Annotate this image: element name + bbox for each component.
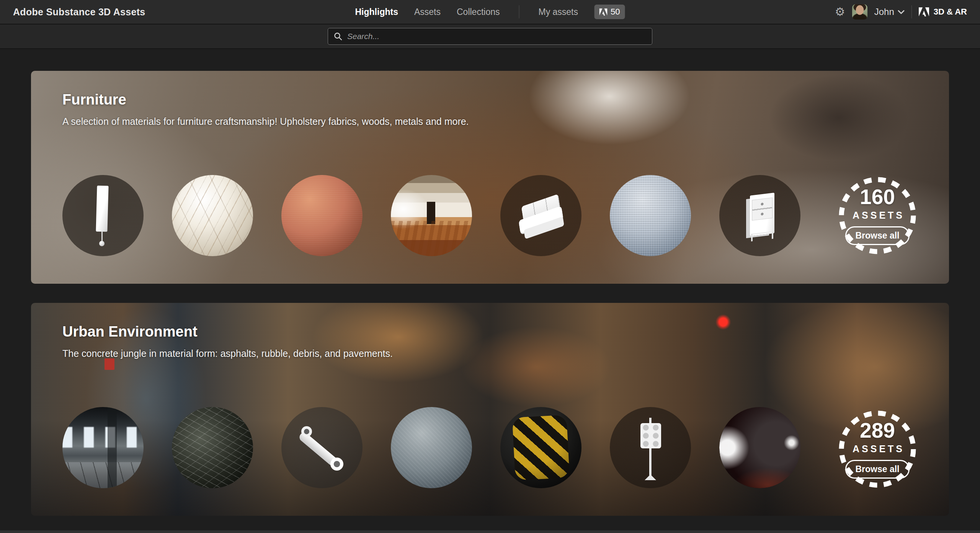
interior-environment-sphere-thumb-art (391, 221, 472, 256)
brand-label: 3D & AR (934, 7, 967, 17)
top-bar: Adobe Substance 3D Assets Highlights Ass… (0, 0, 980, 25)
hazard-stripes-material-sphere-thumb[interactable] (500, 407, 581, 488)
tab-collections[interactable]: Collections (457, 7, 500, 17)
floor-lamp-model-thumb-art (101, 231, 103, 242)
urban-thumb-row (62, 407, 918, 488)
white-sofa-model-thumb[interactable] (500, 175, 581, 256)
furniture-thumb-row (62, 175, 918, 256)
urban-description: The concrete jungle in material form: as… (62, 348, 393, 359)
points-value: 50 (611, 7, 620, 17)
avatar[interactable] (852, 4, 867, 20)
furniture-title: Furniture (62, 92, 126, 108)
underpass-environment-sphere-thumb-art (62, 462, 144, 488)
underpass-environment-sphere-thumb-art (108, 407, 117, 488)
user-menu[interactable]: John (874, 7, 905, 17)
user-name: John (874, 7, 894, 17)
tunnel-environment-sphere-thumb-art (719, 407, 800, 488)
dashed-circle (837, 409, 918, 490)
tunnel-environment-sphere-thumb[interactable] (719, 407, 800, 488)
urban-banner: Urban Environment The concrete jungle in… (31, 303, 949, 516)
pipe-model-thumb-art (301, 426, 312, 437)
tab-my-assets[interactable]: My assets (538, 7, 578, 17)
nav-divider (519, 5, 519, 18)
scratched-asphalt-material-sphere-thumb-art (172, 407, 253, 488)
concrete-material-sphere-thumb[interactable] (391, 407, 472, 488)
topbar-divider (911, 5, 912, 18)
scratched-asphalt-material-sphere-thumb[interactable] (172, 407, 253, 488)
nightstand-model-thumb-art (752, 198, 773, 221)
pipe-model-thumb-art (330, 458, 343, 471)
furniture-count-badge: 160 ASSETS Browse all (837, 175, 918, 256)
floor-lamp-model-thumb[interactable] (62, 175, 144, 256)
next-section-edge (0, 530, 980, 533)
adobe-logo-icon (919, 7, 929, 16)
urban-title: Urban Environment (62, 324, 198, 340)
underpass-environment-sphere-thumb-art (62, 427, 144, 448)
main-nav: Highlights Assets Collections My assets … (355, 0, 625, 24)
furniture-banner: Furniture A selection of materials for f… (31, 71, 949, 284)
knit-fabric-material-sphere-thumb[interactable] (610, 175, 691, 256)
marble-material-sphere-thumb[interactable] (172, 175, 253, 256)
leather-material-sphere-thumb-art (281, 175, 363, 256)
traffic-light-model-thumb-art (645, 474, 656, 480)
app-title[interactable]: Adobe Substance 3D Assets (13, 7, 145, 18)
furniture-description: A selection of materials for furniture c… (62, 116, 469, 127)
urban-count-badge: 289 ASSETS Browse all (837, 409, 918, 490)
tab-highlights[interactable]: Highlights (355, 7, 398, 17)
search-icon (333, 32, 343, 41)
nightstand-model-thumb[interactable] (719, 175, 800, 256)
floor-lamp-model-thumb-art (96, 186, 108, 232)
interior-environment-sphere-thumb[interactable] (391, 175, 472, 256)
adobe-logo-icon (599, 8, 607, 16)
gear-icon[interactable]: ⚙ (835, 6, 845, 18)
leather-material-sphere-thumb[interactable] (281, 175, 363, 256)
floor-lamp-model-thumb-art (99, 241, 105, 246)
dashed-circle (837, 175, 918, 256)
marble-material-sphere-thumb-art (172, 175, 253, 256)
urban-banner-art (105, 358, 114, 370)
traffic-light-model-thumb-art (640, 423, 661, 448)
knit-fabric-material-sphere-thumb-art (610, 175, 691, 256)
top-bar-right: ⚙ John 3D & AR (835, 4, 967, 20)
hazard-stripes-material-sphere-thumb-art (500, 407, 581, 488)
search-input[interactable] (347, 32, 647, 41)
pipe-model-thumb[interactable] (281, 407, 363, 488)
tab-assets[interactable]: Assets (414, 7, 441, 17)
search-row (0, 25, 980, 49)
concrete-material-sphere-thumb-art (391, 407, 472, 488)
chevron-down-icon (898, 10, 905, 14)
brand-3d-ar[interactable]: 3D & AR (919, 7, 967, 17)
underpass-environment-sphere-thumb[interactable] (62, 407, 144, 488)
search-box[interactable] (328, 28, 652, 45)
points-badge[interactable]: 50 (594, 5, 625, 19)
traffic-light-model-thumb[interactable] (610, 407, 691, 488)
